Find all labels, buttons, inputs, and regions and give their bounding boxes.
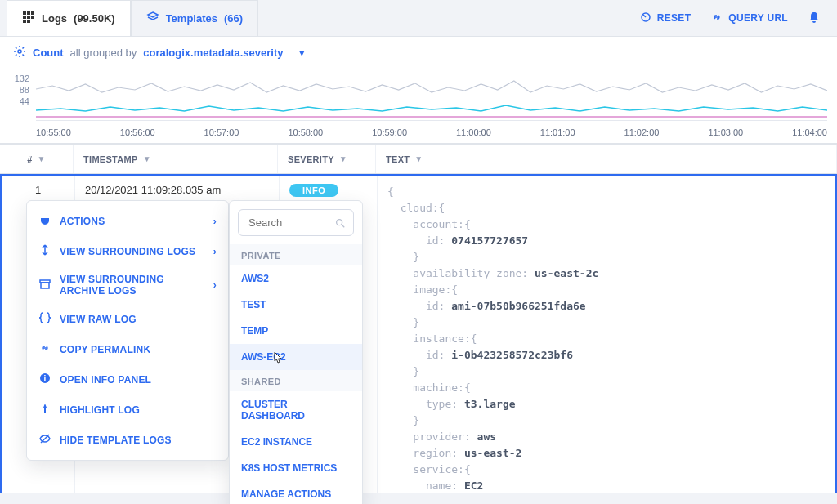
svg-rect-0 <box>23 11 26 15</box>
yaxis: 1328844 <box>5 73 29 107</box>
chevron-right-icon: › <box>213 279 217 291</box>
search-icon <box>334 217 346 229</box>
svg-line-16 <box>342 224 345 227</box>
svg-point-9 <box>18 50 21 53</box>
submenu-item-cluster-dashboard[interactable]: CLUSTER DASHBOARD <box>230 391 362 429</box>
tab-templates-label: Templates <box>166 12 217 25</box>
topbar: Logs (99.50K) Templates (66) RESET QUERY… <box>0 0 837 36</box>
query-url-button[interactable]: QUERY URL <box>700 11 798 26</box>
severity-badge: INFO <box>289 184 338 197</box>
tab-logs[interactable]: Logs (99.50K) <box>7 0 131 36</box>
submenu-item-aws-ec2[interactable]: AWS-EC2 <box>230 344 362 370</box>
ctx-surrounding-archive[interactable]: VIEW SURROUNDING ARCHIVE LOGS› <box>27 266 228 304</box>
braces-icon <box>38 311 51 327</box>
cursor-pointer-icon <box>270 350 284 367</box>
tab-logs-label: Logs <box>42 12 67 25</box>
svg-rect-4 <box>27 16 30 19</box>
tab-templates-count: (66) <box>224 12 243 25</box>
ctx-view-raw[interactable]: VIEW RAW LOG <box>27 304 228 334</box>
col-timestamp[interactable]: TIMESTAMP▼ <box>74 145 278 173</box>
svg-rect-3 <box>23 16 26 19</box>
xaxis: 10:55:0010:56:0010:57:0010:58:0010:59:00… <box>36 120 827 137</box>
log-json: { cloud:{ account:{ id: 074157727657 } a… <box>387 184 825 494</box>
svg-point-15 <box>337 219 342 225</box>
grouped-by-text: all grouped by <box>70 47 137 59</box>
actions-submenu: PRIVATE AWS2 TEST TEMP AWS-EC2 SHARED CL… <box>229 200 363 504</box>
submenu-item-temp[interactable]: TEMP <box>230 318 362 344</box>
expand-vertical-icon <box>38 243 51 259</box>
info-icon: i <box>38 372 51 387</box>
alerts-button[interactable] <box>798 11 830 26</box>
ctx-actions[interactable]: ACTIONS› <box>27 206 228 236</box>
groupby-field[interactable]: coralogix.metadata.severity <box>143 47 283 59</box>
submenu-item-test[interactable]: TEST <box>230 292 362 318</box>
grid-icon <box>22 11 35 26</box>
submenu-item-ec2-instance[interactable]: EC2 INSTANCE <box>230 429 362 455</box>
tab-templates[interactable]: Templates (66) <box>131 0 258 36</box>
groupby-bar: Count all grouped by coralogix.metadata.… <box>0 36 837 69</box>
svg-rect-2 <box>31 11 34 15</box>
ctx-copy-permalink[interactable]: COPY PERMALINK <box>27 334 228 364</box>
ctx-hide-template[interactable]: HIDE TEMPLATE LOGS <box>27 425 228 455</box>
submenu-item-k8s-host-metrics[interactable]: K8S HOST METRICS <box>230 455 362 481</box>
svg-rect-6 <box>23 20 26 23</box>
ctx-surrounding-logs[interactable]: VIEW SURROUNDING LOGS› <box>27 236 228 266</box>
eye-off-icon <box>38 432 51 448</box>
reset-icon <box>639 11 652 26</box>
reset-button[interactable]: RESET <box>629 11 701 26</box>
svg-rect-1 <box>27 11 30 15</box>
svg-rect-5 <box>31 16 34 19</box>
submenu-section-private: PRIVATE <box>230 244 362 265</box>
svg-rect-11 <box>41 283 49 288</box>
col-text[interactable]: TEXT▼ <box>376 145 837 173</box>
submenu-search <box>238 209 354 236</box>
timeline-chart: 1328844 10:55:0010:56:0010:57:0010:58:00… <box>0 69 837 143</box>
svg-text:i: i <box>44 374 47 383</box>
submenu-manage-actions[interactable]: MANAGE ACTIONS <box>230 481 362 504</box>
highlight-icon <box>38 402 51 417</box>
ctx-highlight[interactable]: HIGHLIGHT LOG <box>27 395 228 425</box>
archive-icon <box>38 278 51 293</box>
chevron-right-icon: › <box>213 246 217 257</box>
context-menu: ACTIONS› VIEW SURROUNDING LOGS› VIEW SUR… <box>26 200 229 461</box>
tab-logs-count: (99.50K) <box>74 12 115 25</box>
col-num[interactable]: #▼ <box>0 145 74 173</box>
submenu-item-aws2[interactable]: AWS2 <box>230 265 362 292</box>
chevron-right-icon: › <box>213 216 217 227</box>
chart-svg <box>36 74 827 120</box>
plug-icon <box>38 213 51 229</box>
col-severity[interactable]: SEVERITY▼ <box>278 145 376 173</box>
link-icon <box>38 341 51 357</box>
ctx-open-info[interactable]: iOPEN INFO PANEL <box>27 364 228 395</box>
bell-icon <box>808 11 821 26</box>
table-header: #▼ TIMESTAMP▼ SEVERITY▼ TEXT▼ <box>0 143 837 174</box>
link-icon <box>710 11 723 26</box>
submenu-section-shared: SHARED <box>230 370 362 391</box>
svg-rect-7 <box>27 20 30 23</box>
row-text: { cloud:{ account:{ id: 074157727657 } a… <box>378 176 835 493</box>
aggregation-count[interactable]: Count <box>33 47 64 59</box>
chevron-down-icon[interactable]: ▾ <box>299 47 305 59</box>
settings-icon[interactable] <box>13 45 26 60</box>
layers-icon <box>146 11 159 26</box>
